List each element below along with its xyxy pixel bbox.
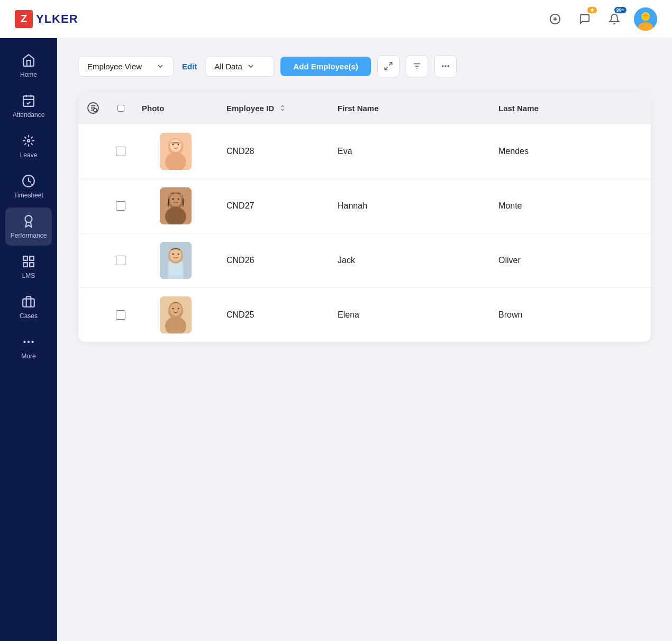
sidebar-label-performance: Performance (11, 232, 47, 239)
svg-line-22 (389, 62, 392, 65)
notification-button[interactable]: 99+ (604, 9, 624, 29)
filter-button[interactable] (406, 55, 428, 77)
svg-point-40 (170, 194, 181, 206)
sidebar-label-lms: LMS (22, 272, 35, 279)
svg-point-27 (445, 66, 446, 67)
th-employee-id[interactable]: Employee ID (218, 94, 329, 122)
svg-point-43 (178, 198, 179, 200)
td-photo-1 (133, 124, 218, 178)
sidebar: Home Attendance Leave (0, 38, 57, 641)
add-icon (549, 13, 561, 25)
row-checkbox-1[interactable] (116, 147, 125, 156)
edit-button[interactable]: Edit (180, 58, 199, 75)
svg-rect-15 (30, 256, 34, 260)
lms-icon (21, 254, 36, 269)
td-photo-4 (133, 288, 218, 342)
td-first-name-2: Hannah (329, 193, 490, 219)
svg-rect-14 (23, 256, 28, 260)
main-layout: Home Attendance Leave (0, 38, 672, 641)
svg-line-23 (385, 67, 387, 70)
td-first-name-4: Elena (329, 302, 490, 328)
user-avatar[interactable] (634, 7, 657, 31)
sidebar-label-attendance: Attendance (13, 111, 45, 119)
more-options-button[interactable] (434, 55, 457, 77)
sidebar-item-lms[interactable]: LMS (5, 248, 52, 286)
sidebar-label-home: Home (20, 71, 37, 78)
svg-point-19 (28, 341, 29, 342)
sidebar-item-timesheet[interactable]: Timesheet (5, 167, 52, 205)
th-settings[interactable] (78, 92, 108, 124)
svg-point-49 (172, 254, 174, 255)
employee-photo-3 (160, 242, 192, 279)
home-icon (21, 53, 36, 68)
td-last-name-3: Oliver (490, 247, 651, 274)
sidebar-label-more: More (21, 353, 35, 360)
th-first-name: First Name (329, 94, 490, 122)
performance-icon (21, 214, 36, 229)
td-photo-3 (133, 233, 218, 287)
td-employee-id-2: CND27 (218, 193, 329, 219)
td-last-name-1: Mendes (490, 138, 651, 165)
jack-photo (160, 242, 192, 279)
add-employee-button[interactable]: Add Employee(s) (280, 57, 371, 76)
svg-rect-7 (23, 96, 34, 106)
header-icons: ★ 99+ (545, 7, 657, 31)
sidebar-item-attendance[interactable]: Attendance (5, 87, 52, 125)
svg-point-20 (32, 341, 33, 342)
row-checkbox-4[interactable] (116, 310, 125, 320)
td-last-name-2: Monte (490, 193, 651, 219)
svg-point-50 (178, 254, 179, 255)
chevron-down-icon (156, 62, 165, 70)
td-first-name-1: Eva (329, 138, 490, 165)
svg-point-55 (172, 308, 174, 310)
td-checkbox-2[interactable] (108, 201, 133, 211)
content-area: Employee View Edit All Data Add Employee… (57, 38, 672, 641)
employee-photo-2 (160, 187, 192, 224)
svg-point-28 (448, 66, 449, 67)
sidebar-item-performance[interactable]: Performance (5, 207, 52, 246)
select-all-checkbox[interactable] (117, 105, 124, 112)
more-icon (21, 335, 36, 349)
data-filter-dropdown[interactable]: All Data (205, 56, 274, 77)
sidebar-item-cases[interactable]: Cases (5, 288, 52, 326)
td-last-name-4: Brown (490, 302, 651, 328)
logo[interactable]: Z YLKER (15, 10, 78, 28)
logo-letter: Z (15, 10, 33, 28)
svg-point-42 (172, 198, 174, 200)
td-employee-id-4: CND25 (218, 302, 329, 328)
svg-point-53 (170, 303, 181, 316)
help-button[interactable]: ★ (575, 9, 595, 29)
th-select-all[interactable] (108, 105, 133, 112)
th-photo: Photo (133, 94, 218, 122)
employee-photo-4 (160, 296, 192, 333)
logo-text: YLKER (36, 12, 78, 26)
row-checkbox-3[interactable] (116, 256, 125, 265)
expand-button[interactable] (377, 55, 399, 77)
svg-rect-17 (23, 263, 28, 267)
td-checkbox-3[interactable] (108, 256, 133, 265)
table-header: Photo Employee ID First Name Last Name (78, 92, 651, 124)
svg-point-21 (24, 341, 25, 342)
add-button[interactable] (545, 9, 565, 29)
svg-point-34 (170, 139, 181, 152)
td-photo-2 (133, 179, 218, 233)
svg-point-13 (25, 215, 32, 222)
svg-point-37 (178, 144, 179, 146)
sidebar-item-home[interactable]: Home (5, 47, 52, 85)
hannah-photo (160, 187, 192, 224)
notification-icon (609, 13, 620, 25)
td-checkbox-1[interactable] (108, 147, 133, 156)
sidebar-item-leave[interactable]: Leave (5, 127, 52, 165)
view-dropdown[interactable]: Employee View (78, 56, 174, 77)
view-dropdown-label: Employee View (87, 62, 142, 71)
svg-point-36 (172, 144, 174, 146)
notification-badge: 99+ (614, 7, 626, 13)
td-checkbox-4[interactable] (108, 310, 133, 320)
sidebar-item-more[interactable]: More (5, 328, 52, 366)
table-row: CND26 Jack Oliver (78, 233, 651, 287)
row-checkbox-2[interactable] (116, 201, 125, 211)
column-settings-icon (87, 102, 99, 114)
data-filter-label: All Data (214, 62, 242, 71)
table-row: CND25 Elena Brown (78, 287, 651, 342)
td-employee-id-3: CND26 (218, 247, 329, 274)
